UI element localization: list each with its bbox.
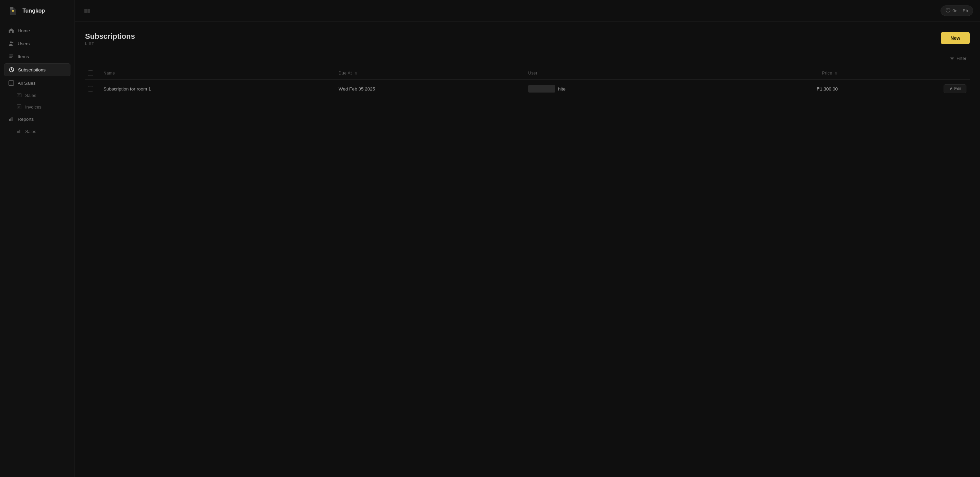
col-header-user: User [523,67,717,80]
col-header-due-at[interactable]: Due At ⇅ [334,67,523,80]
col-header-price[interactable]: Price ⇅ [717,67,843,80]
page-subtitle: LIST [85,41,135,46]
user-avatar-blur [528,85,555,92]
filter-icon [950,56,955,61]
sidebar-nav: Home Users Items [0,22,75,140]
invoices-icon [16,104,22,110]
logo-area: Tungkop [0,0,75,22]
user-badge-label: 0e [953,8,957,13]
sidebar-item-invoices[interactable]: Invoices [4,102,70,112]
sidebar-label-items: Items [18,54,29,59]
col-header-actions [843,67,970,80]
reports-icon [8,116,14,122]
sidebar-item-all-sales[interactable]: All Sales [4,77,70,89]
select-all-checkbox[interactable] [88,70,93,76]
sidebar-item-sales-report[interactable]: Sales [4,126,70,137]
sort-icon-due-at: ⇅ [355,72,357,75]
sidebar-label-invoices: Invoices [25,105,41,110]
row-checkbox-cell [85,80,99,98]
edit-icon [949,87,953,91]
svg-rect-5 [88,9,90,13]
sidebar-item-subscriptions[interactable]: Subscriptions [4,63,70,76]
sidebar-item-reports[interactable]: Reports [4,113,70,125]
user-badge-icon [946,8,950,14]
sidebar-label-sales: Sales [25,93,37,98]
subscriptions-table: Name Due At ⇅ User Price ⇅ [85,67,970,98]
sidebar-item-items[interactable]: Items [4,50,70,63]
user-badge[interactable]: 0e | Eb [940,5,973,16]
top-bar: 0e | Eb [75,0,980,22]
row-checkbox[interactable] [88,86,93,92]
row-user: hite [523,80,717,98]
row-price: ₱1,300.00 [717,80,843,98]
sidebar-item-sales[interactable]: Sales [4,90,70,101]
col-header-checkbox [85,67,99,80]
filter-button[interactable]: Filter [946,54,970,63]
table-header-row: Name Due At ⇅ User Price ⇅ [85,67,970,80]
sidebar-label-reports: Reports [18,117,34,122]
items-icon [8,53,14,60]
sidebar-label-subscriptions: Subscriptions [18,67,46,73]
sidebar-label-home: Home [18,28,30,33]
sidebar-item-home[interactable]: Home [4,24,70,37]
all-sales-icon [8,80,14,86]
table-row: Subscription for room 1 Wed Feb 05 2025 … [85,80,970,98]
filter-row: Filter [85,54,970,63]
app-logo-icon [7,5,19,17]
top-bar-left [82,5,92,16]
user-badge-label2: Eb [963,8,968,13]
users-icon [8,40,14,47]
sidebar-label-all-sales: All Sales [18,81,36,86]
sales-icon [16,92,22,98]
user-badge-sep: | [959,8,961,13]
user-name: hite [558,86,566,92]
app-name: Tungkop [22,8,45,14]
filter-label: Filter [956,56,966,61]
home-icon [8,27,14,34]
svg-rect-4 [84,9,87,13]
row-actions: Edit [843,80,970,98]
page-content: Subscriptions LIST New Filter [75,22,980,477]
subscriptions-icon [8,67,14,73]
row-name: Subscription for room 1 [99,80,334,98]
sidebar-label-users: Users [18,41,30,46]
top-bar-right: 0e | Eb [940,5,973,16]
main-content: 0e | Eb Subscriptions LIST New [75,0,980,477]
page-title: Subscriptions [85,32,135,41]
sidebar-item-users[interactable]: Users [4,37,70,50]
new-button[interactable]: New [941,32,970,44]
sidebar-toggle-button[interactable] [82,5,92,16]
row-due-at: Wed Feb 05 2025 [334,80,523,98]
sort-icon-price: ⇅ [835,72,837,75]
edit-button[interactable]: Edit [943,84,966,93]
page-title-area: Subscriptions LIST [85,32,135,46]
sidebar: Tungkop Home Users [0,0,75,477]
col-header-name: Name [99,67,334,80]
svg-rect-2 [17,94,21,97]
page-header: Subscriptions LIST New [85,32,970,46]
sidebar-label-sales-report: Sales [25,129,37,134]
sales-report-icon [16,129,22,134]
